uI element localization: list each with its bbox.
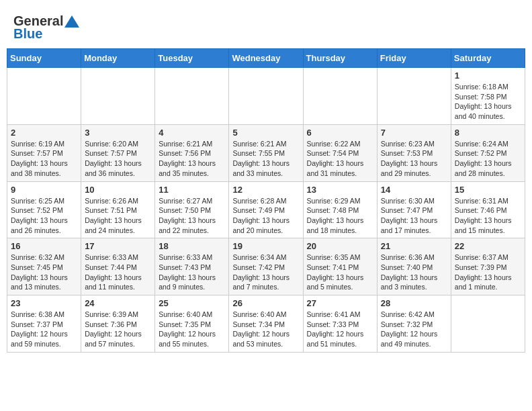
day-number: 4 [159,128,225,138]
day-number: 2 [11,128,77,138]
day-cell: 8Sunrise: 6:24 AM Sunset: 7:52 PM Daylig… [451,124,525,181]
day-cell: 3Sunrise: 6:20 AM Sunset: 7:57 PM Daylig… [81,124,155,181]
day-number: 22 [455,241,521,251]
weekday-friday: Friday [377,49,451,68]
day-number: 23 [11,298,77,308]
day-number: 16 [11,241,77,251]
day-info: Sunrise: 6:29 AM Sunset: 7:48 PM Dayligh… [307,196,373,236]
day-cell: 1Sunrise: 6:18 AM Sunset: 7:58 PM Daylig… [451,68,525,125]
day-number: 20 [307,241,373,251]
day-info: Sunrise: 6:39 AM Sunset: 7:36 PM Dayligh… [85,310,151,349]
day-cell: 19Sunrise: 6:34 AM Sunset: 7:42 PM Dayli… [229,238,303,295]
day-info: Sunrise: 6:38 AM Sunset: 7:37 PM Dayligh… [11,310,77,349]
day-info: Sunrise: 6:28 AM Sunset: 7:49 PM Dayligh… [232,196,299,236]
day-info: Sunrise: 6:23 AM Sunset: 7:53 PM Dayligh… [381,139,447,179]
day-info: Sunrise: 6:33 AM Sunset: 7:43 PM Dayligh… [159,253,225,292]
day-info: Sunrise: 6:41 AM Sunset: 7:33 PM Dayligh… [307,310,373,349]
day-cell [81,68,155,125]
day-cell: 18Sunrise: 6:33 AM Sunset: 7:43 PM Dayli… [155,238,229,295]
day-cell: 25Sunrise: 6:40 AM Sunset: 7:35 PM Dayli… [155,295,229,353]
day-number: 25 [159,298,225,308]
day-number: 17 [85,241,151,251]
day-number: 5 [232,128,299,138]
day-info: Sunrise: 6:27 AM Sunset: 7:50 PM Dayligh… [159,196,225,236]
day-info: Sunrise: 6:19 AM Sunset: 7:57 PM Dayligh… [11,139,77,179]
week-row-5: 23Sunrise: 6:38 AM Sunset: 7:37 PM Dayli… [7,295,525,353]
day-number: 24 [85,298,151,308]
day-number: 28 [381,298,447,308]
day-info: Sunrise: 6:35 AM Sunset: 7:41 PM Dayligh… [307,253,373,292]
day-cell [7,68,81,125]
day-info: Sunrise: 6:25 AM Sunset: 7:52 PM Dayligh… [11,196,77,236]
day-cell [377,68,451,125]
day-cell: 27Sunrise: 6:41 AM Sunset: 7:33 PM Dayli… [303,295,377,353]
day-number: 26 [232,298,299,308]
week-row-4: 16Sunrise: 6:32 AM Sunset: 7:45 PM Dayli… [7,238,525,295]
day-cell: 9Sunrise: 6:25 AM Sunset: 7:52 PM Daylig… [7,181,81,238]
weekday-tuesday: Tuesday [155,49,229,68]
logo-icon [64,15,79,28]
calendar-body: 1Sunrise: 6:18 AM Sunset: 7:58 PM Daylig… [7,68,525,353]
day-info: Sunrise: 6:34 AM Sunset: 7:42 PM Dayligh… [232,253,299,292]
weekday-monday: Monday [81,49,155,68]
day-number: 12 [232,185,299,195]
logo: General Blue [13,13,79,42]
day-number: 7 [381,128,447,138]
weekday-sunday: Sunday [7,49,81,68]
day-cell [451,295,525,353]
day-info: Sunrise: 6:24 AM Sunset: 7:52 PM Dayligh… [455,139,521,179]
day-info: Sunrise: 6:31 AM Sunset: 7:46 PM Dayligh… [455,196,521,236]
day-info: Sunrise: 6:40 AM Sunset: 7:34 PM Dayligh… [232,310,299,349]
day-cell: 15Sunrise: 6:31 AM Sunset: 7:46 PM Dayli… [451,181,525,238]
calendar: SundayMondayTuesdayWednesdayThursdayFrid… [7,48,525,353]
day-number: 19 [232,241,299,251]
day-cell: 10Sunrise: 6:26 AM Sunset: 7:51 PM Dayli… [81,181,155,238]
day-info: Sunrise: 6:30 AM Sunset: 7:47 PM Dayligh… [381,196,447,236]
weekday-header: SundayMondayTuesdayWednesdayThursdayFrid… [7,49,525,68]
day-info: Sunrise: 6:33 AM Sunset: 7:44 PM Dayligh… [85,253,151,292]
day-info: Sunrise: 6:20 AM Sunset: 7:57 PM Dayligh… [85,139,151,179]
day-cell: 22Sunrise: 6:37 AM Sunset: 7:39 PM Dayli… [451,238,525,295]
day-info: Sunrise: 6:21 AM Sunset: 7:56 PM Dayligh… [159,139,225,179]
day-info: Sunrise: 6:37 AM Sunset: 7:39 PM Dayligh… [455,253,521,292]
day-cell: 17Sunrise: 6:33 AM Sunset: 7:44 PM Dayli… [81,238,155,295]
day-number: 1 [455,71,521,81]
day-cell: 14Sunrise: 6:30 AM Sunset: 7:47 PM Dayli… [377,181,451,238]
day-cell [303,68,377,125]
week-row-1: 1Sunrise: 6:18 AM Sunset: 7:58 PM Daylig… [7,68,525,125]
day-cell: 4Sunrise: 6:21 AM Sunset: 7:56 PM Daylig… [155,124,229,181]
day-number: 11 [159,185,225,195]
weekday-thursday: Thursday [303,49,377,68]
day-cell: 11Sunrise: 6:27 AM Sunset: 7:50 PM Dayli… [155,181,229,238]
day-cell: 5Sunrise: 6:21 AM Sunset: 7:55 PM Daylig… [229,124,303,181]
day-number: 8 [455,128,521,138]
day-info: Sunrise: 6:40 AM Sunset: 7:35 PM Dayligh… [159,310,225,349]
day-cell: 6Sunrise: 6:22 AM Sunset: 7:54 PM Daylig… [303,124,377,181]
day-number: 9 [11,185,77,195]
svg-marker-0 [64,15,79,28]
day-cell: 12Sunrise: 6:28 AM Sunset: 7:49 PM Dayli… [229,181,303,238]
day-cell: 13Sunrise: 6:29 AM Sunset: 7:48 PM Dayli… [303,181,377,238]
day-cell: 21Sunrise: 6:36 AM Sunset: 7:40 PM Dayli… [377,238,451,295]
day-number: 13 [307,185,373,195]
day-info: Sunrise: 6:26 AM Sunset: 7:51 PM Dayligh… [85,196,151,236]
week-row-2: 2Sunrise: 6:19 AM Sunset: 7:57 PM Daylig… [7,124,525,181]
day-info: Sunrise: 6:42 AM Sunset: 7:32 PM Dayligh… [381,310,447,349]
day-cell [155,68,229,125]
day-number: 27 [307,298,373,308]
day-number: 3 [85,128,151,138]
day-info: Sunrise: 6:36 AM Sunset: 7:40 PM Dayligh… [381,253,447,292]
day-cell: 20Sunrise: 6:35 AM Sunset: 7:41 PM Dayli… [303,238,377,295]
day-cell: 2Sunrise: 6:19 AM Sunset: 7:57 PM Daylig… [7,124,81,181]
day-number: 18 [159,241,225,251]
day-number: 14 [381,185,447,195]
day-cell: 23Sunrise: 6:38 AM Sunset: 7:37 PM Dayli… [7,295,81,353]
week-row-3: 9Sunrise: 6:25 AM Sunset: 7:52 PM Daylig… [7,181,525,238]
day-number: 6 [307,128,373,138]
day-number: 10 [85,185,151,195]
day-cell: 7Sunrise: 6:23 AM Sunset: 7:53 PM Daylig… [377,124,451,181]
day-cell: 16Sunrise: 6:32 AM Sunset: 7:45 PM Dayli… [7,238,81,295]
day-info: Sunrise: 6:22 AM Sunset: 7:54 PM Dayligh… [307,139,373,179]
day-info: Sunrise: 6:18 AM Sunset: 7:58 PM Dayligh… [455,82,521,122]
day-number: 21 [381,241,447,251]
